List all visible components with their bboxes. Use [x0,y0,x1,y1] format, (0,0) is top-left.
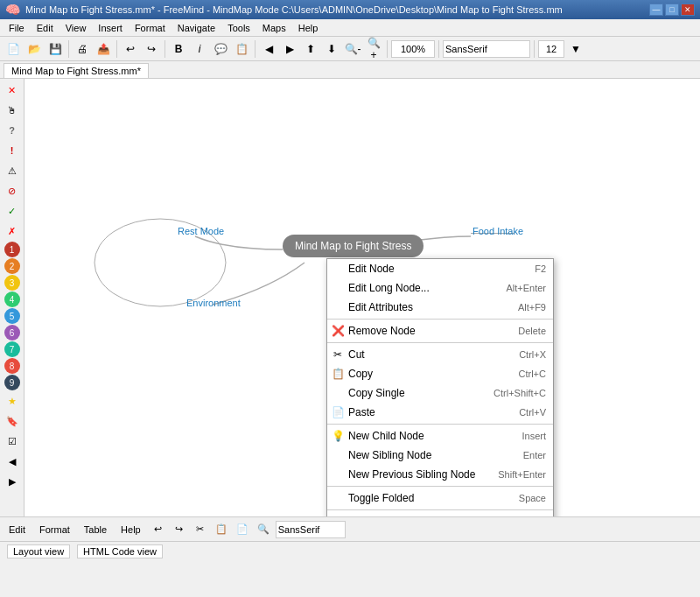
ctx-label-paste: Paste [348,406,375,418]
nav-down[interactable]: ⬇ [322,39,341,59]
ctx-right-new-prev-sibling: Shift+Enter [498,469,546,480]
font-size-input[interactable]: 12 [538,40,564,58]
tool-check[interactable]: ✓ [3,201,22,221]
minimize-button[interactable]: — [649,4,663,16]
bottom-menu-edit[interactable]: Edit [4,523,31,537]
bottom-tb-btn-0[interactable]: ↩ [150,521,167,538]
status-tab-0[interactable]: Layout view [7,544,70,558]
bottom-tb-btn-5[interactable]: 🔍 [255,521,272,538]
task-button[interactable]: 📋 [232,39,251,59]
node-rest[interactable]: Rest Mode [178,226,224,236]
nav-forward[interactable]: ▶ [280,39,299,59]
nav-back[interactable]: ◀ [259,39,278,59]
close-button[interactable]: ✕ [681,4,695,16]
bottom-menu-format[interactable]: Format [34,523,75,537]
central-node[interactable]: Mind Map to Fight Stress [283,235,424,257]
bottom-tb-btn-1[interactable]: ↪ [171,521,188,538]
tool-exclaim[interactable]: ! [3,141,22,160]
ctx-item-paste[interactable]: 📄PasteCtrl+V [327,403,553,422]
ctx-item-edit-long-node[interactable]: Edit Long Node...Alt+Enter [327,278,553,298]
ctx-item-edit-attributes[interactable]: Edit AttributesAlt+F9 [327,298,553,317]
tool-close[interactable]: ✕ [3,81,22,100]
print-button[interactable]: 🖨 [73,39,92,59]
export-button[interactable]: 📤 [94,39,113,59]
ctx-right-new-child: Insert [522,431,546,441]
tool-7[interactable]: 7 [4,341,20,357]
bubble-button[interactable]: 💬 [211,39,230,59]
tool-6[interactable]: 6 [4,325,20,341]
bottom-font-input[interactable] [276,521,346,538]
ctx-item-edit-node[interactable]: Edit NodeF2 [327,259,553,278]
ctx-label-edit-node: Edit Node [348,263,395,275]
menu-edit[interactable]: Edit [32,21,59,35]
tool-3[interactable]: 3 [4,275,20,291]
bottom-tb-btn-4[interactable]: 📄 [234,521,251,538]
tool-checkbox[interactable]: ☑ [3,432,22,451]
toolbar-sep-4 [255,40,256,58]
bottom-tb-btn-2[interactable]: ✂ [192,521,209,538]
node-food[interactable]: Food Intake [472,226,523,236]
tool-8[interactable]: 8 [4,358,20,374]
menu-maps[interactable]: Maps [257,21,291,35]
redo-button[interactable]: ↪ [142,39,161,59]
canvas-area[interactable]: Mind Map to Fight Stress Rest Mode Food … [24,79,700,516]
bottom-menu-table[interactable]: Table [79,523,112,537]
new-button[interactable]: 📄 [4,39,23,59]
toolbar-sep-1 [68,40,69,58]
ctx-item-icons[interactable]: Icons▶ [327,512,553,516]
ctx-sep-sep2 [327,342,553,343]
menu-help[interactable]: Help [293,21,324,35]
zoom-input[interactable]: 100% [391,40,435,58]
ctx-item-new-sibling[interactable]: New Sibling NodeEnter [327,446,553,465]
menu-file[interactable]: File [4,21,30,35]
tool-cursor[interactable]: 🖱 [3,101,22,120]
main-tab[interactable]: Mind Map to Fight Stress.mm* [4,63,149,78]
zoom-in[interactable]: 🔍+ [364,39,383,59]
tool-9[interactable]: 9 [4,375,20,390]
zoom-out[interactable]: 🔍- [343,39,362,59]
ctx-icon-copy: 📋 [331,367,345,381]
menu-navigate[interactable]: Navigate [172,21,220,35]
save-button[interactable]: 💾 [46,39,65,59]
bottom-tb-btn-3[interactable]: 📋 [213,521,230,538]
tool-2[interactable]: 2 [4,258,20,274]
bold-button[interactable]: B [169,39,188,59]
tool-4[interactable]: 4 [4,291,20,307]
ctx-item-copy-single[interactable]: Copy SingleCtrl+Shift+C [327,383,553,403]
tool-red-circle[interactable]: ⊘ [3,181,22,200]
tool-star[interactable]: ★ [3,391,22,411]
menu-view[interactable]: View [60,21,92,35]
tool-5[interactable]: 5 [4,308,20,324]
ctx-icon-new-child: 💡 [331,429,345,443]
context-menu: Edit NodeF2Edit Long Node...Alt+EnterEdi… [326,258,554,516]
tool-arrow-left[interactable]: ◀ [3,452,22,471]
open-button[interactable]: 📂 [24,39,44,59]
tool-arrow-right[interactable]: ▶ [3,472,22,491]
nav-up[interactable]: ⬆ [301,39,320,59]
node-environment[interactable]: Environment [186,298,241,308]
menu-insert[interactable]: Insert [93,21,128,35]
menu-format[interactable]: Format [130,21,171,35]
tool-warn[interactable]: ⚠ [3,161,22,180]
tool-bookmark[interactable]: 🔖 [3,411,22,431]
tool-x[interactable]: ✗ [3,221,22,241]
menu-tools[interactable]: Tools [222,21,256,35]
ctx-item-copy[interactable]: 📋CopyCtrl+C [327,364,553,383]
ctx-item-new-prev-sibling[interactable]: New Previous Sibling NodeShift+Enter [327,465,553,484]
bottom-menu-help[interactable]: Help [116,523,146,537]
maximize-button[interactable]: □ [665,4,679,16]
italic-button[interactable]: i [190,39,209,59]
ctx-item-cut[interactable]: ✂CutCtrl+X [327,345,553,364]
font-size-dropdown[interactable]: ▼ [566,39,585,59]
font-input[interactable]: SansSerif [443,40,530,58]
title-text: 🧠 Mind Map to Fight Stress.mm* - FreeMin… [5,3,563,17]
ctx-item-new-child[interactable]: 💡New Child NodeInsert [327,426,553,446]
ctx-item-remove-node[interactable]: ❌Remove NodeDelete [327,321,553,341]
status-tab-1[interactable]: HTML Code view [77,544,163,558]
tool-1[interactable]: 1 [4,242,20,257]
ctx-label-copy: Copy [348,368,373,380]
ctx-item-toggle-folded[interactable]: Toggle FoldedSpace [327,488,553,508]
undo-button[interactable]: ↩ [121,39,140,59]
ctx-right-copy-single: Ctrl+Shift+C [494,388,546,398]
tool-question[interactable]: ? [3,121,22,140]
